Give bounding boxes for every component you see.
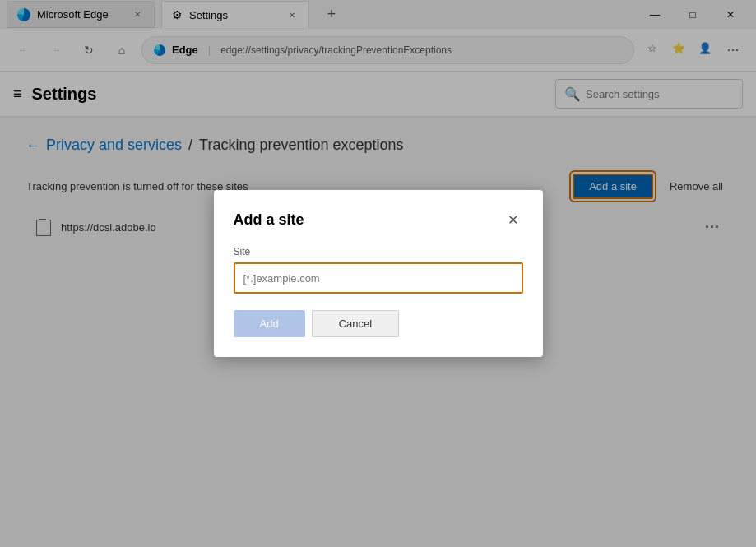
modal-title: Add a site [234, 211, 304, 229]
modal-close-button[interactable]: ✕ [503, 210, 523, 229]
modal-add-button[interactable]: Add [234, 310, 305, 337]
site-url-input[interactable] [234, 262, 523, 294]
modal-body: Site [234, 246, 523, 294]
modal-cancel-button[interactable]: Cancel [312, 310, 399, 337]
add-site-modal: Add a site ✕ Site Add Cancel [214, 190, 543, 357]
modal-overlay: Add a site ✕ Site Add Cancel [0, 0, 756, 547]
site-input-label: Site [234, 246, 523, 257]
modal-header: Add a site ✕ [234, 210, 523, 229]
modal-buttons: Add Cancel [234, 310, 523, 337]
